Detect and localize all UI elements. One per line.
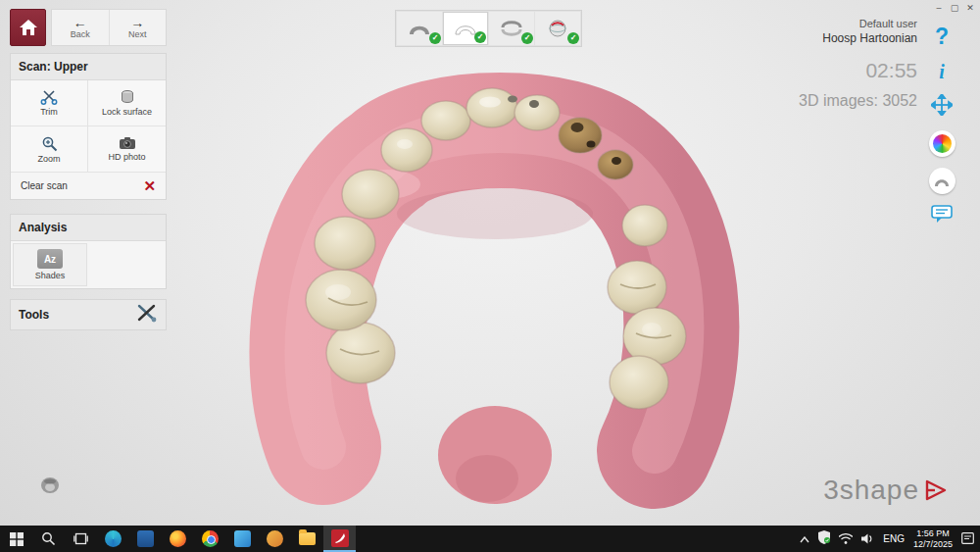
screen: – ▢ ✕ ← Back → Next Scan: Upper xyxy=(0,0,980,552)
shades-label: Shades xyxy=(35,271,66,280)
tools-expand-button[interactable] xyxy=(136,303,158,326)
analysis-panel-title: Analysis xyxy=(11,215,166,241)
right-toolbar: ? i xyxy=(925,24,958,227)
taskbar-app-chrome[interactable] xyxy=(194,526,226,552)
color-texture-toggle[interactable] xyxy=(929,130,956,157)
feedback-button[interactable] xyxy=(931,205,953,227)
workflow-step-bite-scan[interactable]: ✓ xyxy=(489,12,534,45)
trim-label: Trim xyxy=(40,107,58,117)
tools-panel: Tools xyxy=(10,299,167,330)
move-view-button[interactable] xyxy=(931,94,953,120)
taskbar-app-store[interactable] xyxy=(226,526,259,552)
task-view-button[interactable] xyxy=(65,526,97,552)
scan-panel: Scan: Upper Trim Lock su xyxy=(10,53,167,200)
hd-photo-button[interactable]: HD photo xyxy=(88,126,166,173)
home-icon xyxy=(19,19,38,36)
shades-icon: Az xyxy=(37,249,63,269)
back-label: Back xyxy=(71,29,90,39)
clear-scan-button[interactable]: ✕ xyxy=(143,179,156,193)
user-name: Hoosp Hartoonian xyxy=(799,31,917,45)
volume-icon[interactable] xyxy=(861,530,874,548)
store-app-icon xyxy=(234,530,251,547)
step-check-icon: ✓ xyxy=(474,31,486,43)
post-process-sphere-icon xyxy=(547,18,568,39)
maximize-button[interactable]: ▢ xyxy=(947,0,962,15)
network-wifi-icon[interactable] xyxy=(839,530,853,548)
wrench-screwdriver-icon xyxy=(136,303,158,323)
chrome-browser-icon xyxy=(202,530,219,547)
bite-scan-icon xyxy=(499,19,524,38)
firefox-browser-icon xyxy=(170,530,186,547)
language-indicator[interactable]: ENG xyxy=(883,533,905,544)
tools-panel-title: Tools xyxy=(19,308,49,322)
step-check-icon: ✓ xyxy=(521,32,533,44)
taskbar: ENG 1:56 PM 12/7/2025 xyxy=(0,526,980,552)
workflow-step-post-process[interactable]: ✓ xyxy=(535,12,580,45)
taskbar-search-button[interactable] xyxy=(32,526,65,552)
minimize-button[interactable]: – xyxy=(931,0,947,15)
back-button[interactable]: ← Back xyxy=(52,10,109,45)
navigation-box: ← Back → Next xyxy=(51,9,167,46)
search-icon xyxy=(41,531,56,546)
camera-icon xyxy=(119,136,136,150)
hd-photo-label: HD photo xyxy=(108,152,145,162)
clock-date: 12/7/2025 xyxy=(913,539,953,550)
model-view-toggle[interactable] xyxy=(929,168,956,194)
chat-bubble-icon xyxy=(931,205,953,224)
taskbar-app-media[interactable] xyxy=(259,526,291,552)
info-button[interactable]: i xyxy=(939,61,945,83)
window-controls: – ▢ ✕ xyxy=(931,0,978,15)
clock[interactable]: 1:56 PM 12/7/2025 xyxy=(913,528,953,550)
taskbar-app-edge[interactable] xyxy=(97,526,129,552)
taskbar-app-firefox[interactable] xyxy=(162,526,194,552)
workflow-step-upper-scan[interactable]: ✓ xyxy=(397,12,442,45)
windows-start-icon xyxy=(10,532,24,546)
shades-button[interactable]: Az Shades xyxy=(13,243,87,286)
home-button[interactable] xyxy=(10,9,46,46)
brand-logo-triangle-icon xyxy=(923,477,949,503)
brand-logo-text: 3shape xyxy=(823,475,919,506)
back-arrow-icon: ← xyxy=(74,17,87,28)
next-arrow-icon: → xyxy=(130,17,144,28)
lock-surface-button[interactable]: Lock surface xyxy=(88,80,166,126)
help-button[interactable]: ? xyxy=(935,24,949,50)
scan-tool-grid: Trim Lock surface Zoom xyxy=(11,80,166,173)
dental-scan-3d-view[interactable] xyxy=(230,67,779,518)
3shape-app-icon xyxy=(331,529,349,547)
system-tray: ENG 1:56 PM 12/7/2025 xyxy=(800,526,980,552)
clear-scan-label: Clear scan xyxy=(21,180,68,191)
session-info: Default user Hoosp Hartoonian 02:55 3D i… xyxy=(799,18,917,110)
clear-scan-row: Clear scan ✕ xyxy=(11,173,166,199)
scan-panel-title: Scan: Upper xyxy=(11,54,166,80)
notification-center-button[interactable] xyxy=(961,530,974,548)
workflow-step-upper-scanned[interactable]: ✓ xyxy=(443,12,488,45)
task-view-icon xyxy=(74,532,88,545)
orientation-indicator[interactable] xyxy=(39,476,61,499)
next-button[interactable]: → Next xyxy=(109,10,167,45)
zoom-button[interactable]: Zoom xyxy=(11,126,88,173)
start-button[interactable] xyxy=(0,526,32,552)
pan-arrows-icon xyxy=(931,94,953,116)
step-check-icon: ✓ xyxy=(567,32,579,44)
taskbar-app-mail[interactable] xyxy=(129,526,162,552)
step-check-icon: ✓ xyxy=(429,32,441,44)
upper-jaw-scan-icon xyxy=(407,20,432,37)
tray-expand-chevron-icon[interactable] xyxy=(800,533,809,545)
media-app-icon xyxy=(267,530,283,547)
workflow-steps: ✓ ✓ ✓ ✓ xyxy=(395,10,582,47)
taskbar-app-explorer[interactable] xyxy=(291,526,323,552)
edge-browser-icon xyxy=(105,530,122,547)
trim-button[interactable]: Trim xyxy=(11,80,88,126)
mail-app-icon xyxy=(137,530,154,547)
file-explorer-icon xyxy=(299,532,316,545)
orientation-jaw-icon xyxy=(39,476,61,495)
scissors-icon xyxy=(40,89,58,105)
user-role: Default user xyxy=(799,18,917,29)
app-window: – ▢ ✕ ← Back → Next Scan: Upper xyxy=(0,0,980,526)
taskbar-app-3shape[interactable] xyxy=(323,526,356,552)
color-wheel-icon xyxy=(933,134,952,153)
jaw-model-icon xyxy=(933,175,951,188)
close-button[interactable]: ✕ xyxy=(962,0,978,15)
security-shield-icon[interactable] xyxy=(818,530,830,548)
images-count: 3D images: 3052 xyxy=(799,92,917,110)
